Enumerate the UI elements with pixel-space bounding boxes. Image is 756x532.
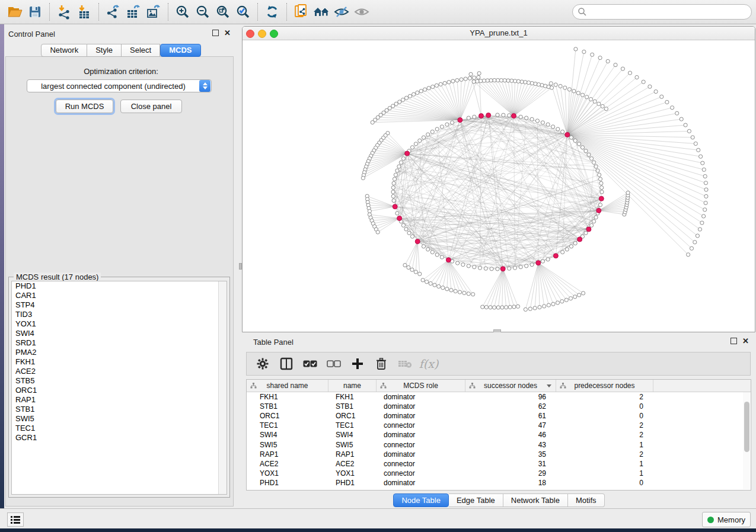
search-input[interactable] (587, 7, 738, 17)
optimization-criterion-select[interactable]: largest connected component (undirected) (27, 79, 212, 92)
table-cell[interactable]: TEC1 (328, 421, 377, 430)
table-cell[interactable]: 96 (465, 393, 556, 401)
mcds-result-item[interactable]: RAP1 (12, 395, 227, 405)
tab-style[interactable]: Style (87, 44, 122, 57)
table-cell[interactable]: connector (377, 469, 465, 477)
zoom-out-button[interactable] (193, 2, 213, 21)
table-cell[interactable]: 2 (556, 421, 653, 430)
mcds-result-item[interactable]: PHD1 (12, 281, 227, 291)
table-cell[interactable]: 29 (465, 469, 556, 477)
table-cell[interactable]: SWI5 (247, 441, 328, 449)
table-settings-button[interactable] (255, 356, 270, 371)
list-scrollbar[interactable] (218, 281, 227, 494)
table-cell[interactable]: 46 (465, 431, 556, 439)
table-cell[interactable]: 43 (465, 441, 556, 449)
table-cell[interactable]: dominator (377, 412, 465, 420)
close-panel-icon[interactable]: ✕ (224, 30, 231, 36)
float-window-icon[interactable] (212, 30, 219, 36)
column-header-name[interactable]: name (328, 380, 377, 392)
mcds-result-item[interactable]: CAR1 (12, 291, 227, 300)
export-network-button[interactable] (103, 2, 123, 21)
table-cell[interactable]: dominator (377, 479, 465, 487)
table-cell[interactable]: 0 (556, 402, 653, 411)
table-cell[interactable]: 61 (465, 412, 556, 420)
table-cell[interactable]: SWI4 (328, 431, 377, 439)
mcds-result-item[interactable]: SWI5 (12, 414, 227, 424)
table-scrollbar[interactable] (743, 392, 750, 489)
mcds-result-item[interactable]: STB5 (12, 376, 227, 386)
column-header-predecessor-nodes[interactable]: predecessor nodes (556, 380, 653, 392)
minimize-window-traffic-light[interactable] (258, 30, 266, 38)
table-cell[interactable]: SWI4 (247, 431, 328, 439)
table-cell[interactable]: ORC1 (328, 412, 377, 420)
mcds-result-item[interactable]: YOX1 (12, 319, 227, 329)
close-window-traffic-light[interactable] (246, 30, 254, 38)
table-cell[interactable]: 0 (556, 412, 653, 420)
table-cell[interactable]: PHD1 (328, 479, 377, 487)
run-mcds-button[interactable]: Run MCDS (56, 100, 113, 113)
close-panel-button[interactable]: Close panel (120, 100, 182, 113)
table-row[interactable]: SWI5SWI5connector431 (247, 440, 751, 449)
mcds-result-item[interactable]: TEC1 (12, 424, 227, 433)
table-row[interactable]: FKH1FKH1dominator962 (247, 392, 751, 402)
add-column-button[interactable] (350, 356, 365, 371)
new-network-from-selection-button[interactable] (291, 2, 311, 21)
column-header-MCDS-role[interactable]: MCDS role (377, 380, 465, 392)
show-columns-button[interactable] (279, 356, 294, 371)
table-cell[interactable]: STB1 (328, 402, 377, 411)
table-row[interactable]: YOX1YOX1connector291 (247, 469, 751, 478)
table-row[interactable]: PHD1PHD1dominator180 (247, 478, 751, 488)
export-image-button[interactable] (143, 2, 164, 21)
select-all-button[interactable] (302, 356, 318, 371)
tab-edge-table[interactable]: Edge Table (449, 493, 503, 507)
mcds-result-item[interactable]: TID3 (12, 310, 227, 319)
table-cell[interactable]: RAP1 (247, 450, 328, 459)
table-cell[interactable]: YOX1 (328, 469, 377, 477)
open-file-button[interactable] (5, 2, 25, 21)
tab-node-table[interactable]: Node Table (393, 493, 449, 507)
mcds-result-item[interactable]: ORC1 (12, 386, 227, 395)
table-cell[interactable]: 2 (556, 450, 653, 459)
mcds-result-item[interactable]: FKH1 (12, 357, 227, 367)
table-cell[interactable]: dominator (377, 402, 465, 411)
zoom-in-button[interactable] (173, 2, 193, 21)
table-cell[interactable]: connector (377, 421, 465, 430)
delete-table-button[interactable] (397, 356, 413, 371)
table-cell[interactable]: 1 (556, 469, 653, 477)
table-row[interactable]: TEC1TEC1connector472 (247, 421, 751, 430)
table-cell[interactable]: 0 (556, 479, 653, 487)
tab-network-table[interactable]: Network Table (503, 493, 568, 507)
tab-network[interactable]: Network (41, 44, 87, 57)
table-cell[interactable]: 1 (556, 460, 653, 468)
float-window-icon[interactable] (731, 338, 737, 344)
table-row[interactable]: STB1STB1dominator620 (247, 402, 751, 411)
network-canvas[interactable] (243, 40, 755, 332)
table-cell[interactable]: RAP1 (328, 450, 377, 459)
table-cell[interactable]: 47 (465, 421, 556, 430)
tab-motifs[interactable]: Motifs (568, 493, 605, 507)
table-cell[interactable]: 18 (465, 479, 556, 487)
maximize-window-traffic-light[interactable] (270, 30, 278, 38)
table-row[interactable]: SWI4SWI4dominator462 (247, 430, 751, 440)
memory-button[interactable]: Memory (702, 512, 751, 527)
table-cell[interactable]: 2 (556, 393, 653, 401)
table-row[interactable]: RAP1RAP1dominator352 (247, 450, 751, 459)
table-cell[interactable]: YOX1 (247, 469, 328, 477)
scrollbar-thumb[interactable] (744, 402, 749, 452)
mcds-result-item[interactable]: SRD1 (12, 338, 227, 348)
import-table-button[interactable] (74, 2, 94, 21)
table-cell[interactable]: ACE2 (328, 460, 377, 468)
table-row[interactable]: ORC1ORC1dominator610 (247, 411, 751, 421)
table-cell[interactable]: 35 (465, 450, 556, 459)
zoom-fit-button[interactable] (213, 2, 233, 21)
task-history-button[interactable] (7, 512, 24, 527)
table-cell[interactable]: SWI5 (328, 441, 377, 449)
search-field[interactable] (572, 4, 752, 20)
network-window-titlebar[interactable]: YPA_prune.txt_1 (243, 27, 755, 40)
table-cell[interactable]: connector (377, 441, 465, 449)
show-all-button[interactable] (352, 2, 372, 21)
table-cell[interactable]: FKH1 (328, 393, 377, 401)
table-cell[interactable]: ORC1 (247, 412, 328, 420)
zoom-selected-button[interactable] (233, 2, 253, 21)
column-header-shared-name[interactable]: shared name (247, 380, 328, 392)
